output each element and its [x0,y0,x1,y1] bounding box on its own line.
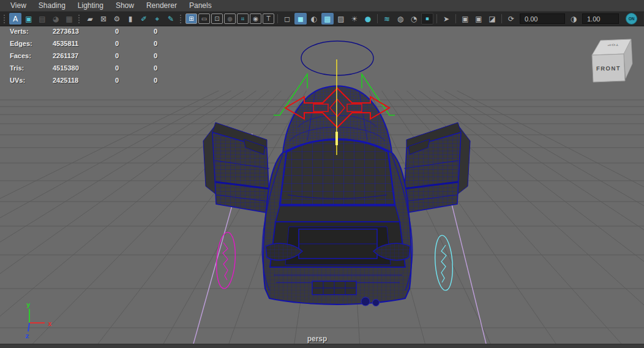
grid-icon[interactable]: ⊞ [185,13,197,24]
hud-row-value: 4535811 [53,40,115,47]
textured-display-icon[interactable]: ▩ [321,13,334,25]
marquee-select-icon[interactable]: ▣ [23,13,35,25]
bookmark-icon[interactable]: ▮ [124,13,137,25]
film-gate-icon[interactable]: ▭ [198,13,210,24]
isolate-select-icon[interactable]: ▣ [459,13,471,25]
wireframe-display-icon[interactable]: ◻ [281,13,293,25]
axis-z-label: z [25,332,29,340]
toolbar-separator [180,15,182,23]
use-all-lights-icon[interactable]: ☀ [348,13,361,25]
menu-shading[interactable]: Shading [33,1,71,10]
image-plane-brush-icon[interactable]: ✐ [138,13,150,25]
axis-y-label: y [26,301,31,309]
gamma-input[interactable] [582,13,619,24]
camera-settings-gear-icon[interactable]: ⚙ [111,13,123,25]
hud-row-label: Faces: [10,52,53,59]
hud-row-label: UVs: [10,77,53,84]
menu-panels[interactable]: Panels [184,1,217,10]
hud-row-value: 0 [115,77,154,84]
hud-row-label: Tris: [10,64,53,72]
hud-row-label: Edges: [10,40,53,47]
car-exhaust [373,300,380,306]
camera-icon[interactable]: ▰ [84,13,96,25]
window-bottom-edge [0,344,644,348]
menu-lighting[interactable]: Lighting [72,1,109,10]
car-right-door[interactable] [403,123,470,213]
occlusion-icon[interactable]: ≋ [381,13,393,25]
pie-sphere-icon[interactable]: ◕ [50,13,62,25]
hud-row: Faces:226113700 [10,50,192,62]
hud-row: Tris:451538000 [10,62,192,74]
hud-row-value: 0 [154,40,192,47]
contrast-icon[interactable]: ◑ [567,13,580,25]
shadows-icon[interactable]: ● [362,13,374,25]
hud-row-value: 2425118 [53,77,115,84]
hud-row-value: 4515380 [53,64,115,72]
hud-row: UVs:242511800 [10,74,192,86]
camera-label: persp [283,335,351,343]
motion-blur-icon[interactable]: ◍ [394,13,406,25]
view-cube[interactable]: TOP FRONT [585,34,637,86]
car-cowl [275,206,400,222]
view-cube-front-label: FRONT [596,65,621,72]
toolbar-separator [436,14,437,23]
menu-bar: ViewShadingLightingShowRendererPanels [0,0,644,12]
exposure-icon[interactable]: ⟳ [505,13,517,25]
image-layers-icon[interactable]: ▦ [63,13,75,25]
right-character-curve[interactable] [433,235,454,291]
toolbar-separator [455,14,456,23]
hud-row-value: 2273613 [53,28,115,35]
hud-row: Verts:227361300 [10,25,192,37]
view-cube-top-label: TOP [607,44,618,47]
hud-row-value: 2261137 [53,52,115,59]
panel-toolbar: A▣▤◕▦▰⊠⚙▮✐⌖✎⊞▭⊡●⌗◉T◻◼◐▩▨☀●≋◍◔▪➤▣▣◪ ⟳ ◑ O… [0,12,644,26]
multisample-icon[interactable]: ▪ [421,13,433,25]
toolbar-separator [377,14,378,23]
xray-icon[interactable]: ◪ [486,13,498,25]
hud-row-value: 0 [154,64,192,72]
toolbar-separator [78,15,81,23]
selection-highlight-icon[interactable]: ➤ [440,13,452,25]
safe-action-icon[interactable]: ◉ [250,13,261,24]
toolbar-separator [501,14,502,23]
checkered-sphere-icon[interactable]: ▨ [335,13,347,25]
camera-lock-icon[interactable]: ⊠ [97,13,110,25]
safe-title-icon[interactable]: T [263,13,274,24]
exposure-input[interactable] [520,13,565,24]
hud-stats: Verts:227361300Edges:453581100Faces:2261… [10,25,192,86]
hud-row-value: 0 [115,40,154,47]
hud-row-value: 0 [154,28,192,35]
resolution-gate-icon[interactable]: ⊡ [211,13,223,24]
grease-pencil-icon[interactable]: ✎ [165,13,177,25]
smooth-shade-icon[interactable]: ◼ [294,13,307,25]
hud-row-value: 0 [115,64,154,72]
hud-row-value: 0 [154,77,192,84]
half-shade-sphere-icon[interactable]: ◐ [308,13,320,25]
film-strip-icon[interactable]: ▤ [36,13,48,25]
toolbar-icons: A▣▤◕▦▰⊠⚙▮✐⌖✎⊞▭⊡●⌗◉T◻◼◐▩▨☀●≋◍◔▪➤▣▣◪ [1,13,504,25]
toolbar-separator [4,15,6,23]
top-selection-ellipse[interactable] [301,41,373,75]
axis-indicator: y x z [25,301,52,340]
hud-row-value: 0 [115,52,154,59]
menu-show[interactable]: Show [110,1,140,10]
field-chart-icon[interactable]: ⌗ [237,13,249,24]
camera-attributes-a-icon[interactable]: A [9,13,21,25]
car-left-door[interactable] [203,123,270,213]
pan-zoom-icon[interactable]: ⌖ [151,13,163,25]
car-exhaust [361,297,370,306]
hud-row-label: Verts: [10,28,53,35]
menu-renderer[interactable]: Renderer [141,1,182,10]
menu-view[interactable]: View [5,1,32,10]
hud-row: Edges:453581100 [10,37,192,50]
color-management-toggle[interactable]: ON [626,13,637,25]
hud-row-value: 0 [115,28,154,35]
duplicate-view-icon[interactable]: ▣ [473,13,485,25]
gate-mask-icon[interactable]: ● [224,13,236,24]
toolbar-separator [277,14,278,23]
axis-x-label: x [48,320,52,328]
hud-row-value: 0 [154,52,192,59]
left-character-curve[interactable] [215,232,237,289]
depth-of-field-icon[interactable]: ◔ [408,13,420,25]
